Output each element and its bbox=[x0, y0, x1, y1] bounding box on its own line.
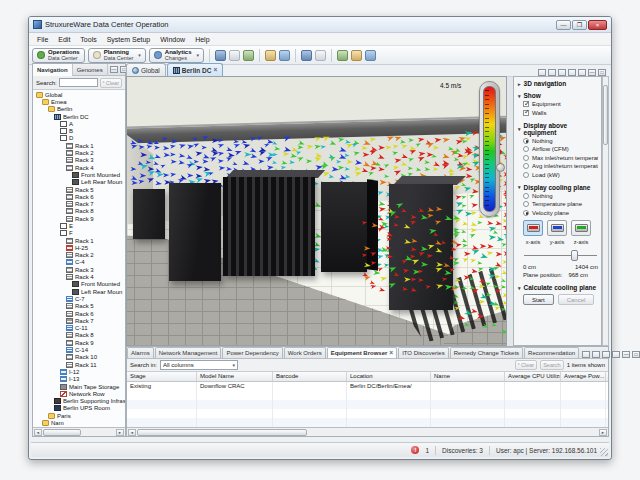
tree-item-b[interactable]: B bbox=[33, 127, 125, 134]
tree-item-rack-10[interactable]: Rack 10 bbox=[33, 354, 125, 361]
tree-item-i-12[interactable]: I-12 bbox=[33, 368, 125, 375]
mode-button-planning[interactable]: PlanningData Center▾ bbox=[88, 48, 146, 63]
tree-horizontal-scrollbar[interactable]: ◂ ▸ bbox=[33, 427, 125, 436]
tree-item-rack-1[interactable]: Rack 1 bbox=[33, 142, 125, 149]
monitor-icon[interactable] bbox=[602, 351, 610, 358]
image-export-icon[interactable] bbox=[301, 50, 312, 61]
tree-item-rack-7[interactable]: Rack 7 bbox=[33, 200, 125, 207]
tree-item-emea[interactable]: Emea bbox=[33, 98, 125, 105]
tree-item-berlin-supporting-infrastru[interactable]: Berlin Supporting Infrastru bbox=[33, 397, 125, 404]
radio-airflow-cfm[interactable]: Airflow (CFM) bbox=[523, 146, 598, 152]
menu-system-setup[interactable]: System Setup bbox=[102, 35, 156, 44]
radio-velocity-plane[interactable]: Velocity plane bbox=[523, 210, 598, 216]
column-header-location[interactable]: Location bbox=[347, 372, 431, 381]
tree-item-global[interactable]: Global bbox=[33, 91, 125, 98]
tree-item-berlin-ups-room[interactable]: Berlin UPS Room bbox=[33, 405, 125, 412]
scroll-right-icon[interactable]: ▸ bbox=[599, 429, 607, 436]
tree-item-rack-5[interactable]: Rack 5 bbox=[33, 186, 125, 193]
plane-position-slider[interactable] bbox=[524, 249, 597, 261]
search-column-select[interactable]: All columns▾ bbox=[160, 360, 238, 370]
tree-item-paris[interactable]: Paris bbox=[33, 412, 125, 419]
slider-handle[interactable] bbox=[571, 250, 578, 261]
maximize-panel-icon[interactable]: □ bbox=[598, 69, 606, 76]
snapshot-icon[interactable] bbox=[582, 351, 590, 358]
tree-item-rack-3[interactable]: Rack 3 bbox=[33, 266, 125, 273]
mode-button-operations[interactable]: OperationsData Center bbox=[32, 48, 85, 63]
column-header-barcode[interactable]: Barcode bbox=[273, 372, 347, 381]
list-view-icon[interactable] bbox=[568, 69, 576, 76]
title-bar[interactable]: StruxureWare Data Center Operation — ❐ × bbox=[29, 17, 611, 33]
bottom-tab-ito-discoveries[interactable]: ITO Discoveries bbox=[398, 347, 449, 358]
minimize-panel-icon[interactable]: — bbox=[110, 66, 118, 73]
save-icon[interactable] bbox=[215, 50, 226, 61]
tree-search-input[interactable] bbox=[59, 78, 98, 87]
radio-max-inlet-return-temperature[interactable]: Max inlet/return temperature bbox=[523, 155, 598, 161]
tree-item-rack-4[interactable]: Rack 4 bbox=[33, 164, 125, 171]
axis-button-x-axis[interactable] bbox=[523, 220, 543, 236]
tree-item-left-rear-moun[interactable]: Left Rear Moun bbox=[33, 288, 125, 295]
menu-help[interactable]: Help bbox=[190, 35, 214, 44]
tree-item-rack-6[interactable]: Rack 6 bbox=[33, 310, 125, 317]
menu-window[interactable]: Window bbox=[155, 35, 190, 44]
scroll-left-icon[interactable]: ◂ bbox=[128, 429, 136, 436]
locate-icon[interactable] bbox=[578, 69, 586, 76]
scroll-thumb[interactable] bbox=[603, 85, 608, 145]
section-header-display-above-equipment[interactable]: ▾Display above equipment bbox=[514, 119, 601, 138]
tree-item-c-14[interactable]: C-14 bbox=[33, 346, 125, 353]
tree-item-network-row[interactable]: Network Row bbox=[33, 390, 125, 397]
table-view-icon[interactable] bbox=[592, 351, 600, 358]
bottom-tab-equipment-browser[interactable]: Equipment Browser× bbox=[327, 347, 397, 358]
section-header-calculate-cooling-plane[interactable]: ▾Calculate cooling plane bbox=[514, 281, 601, 293]
legend-knob[interactable] bbox=[496, 163, 505, 172]
bottom-tab-remedy-change-tickets[interactable]: Remedy Change Tickets bbox=[450, 347, 523, 358]
minimize-panel-icon[interactable]: — bbox=[622, 351, 630, 358]
copy-icon[interactable] bbox=[279, 50, 290, 61]
close-button[interactable]: × bbox=[588, 20, 607, 30]
filter-search-button[interactable]: Search bbox=[540, 360, 563, 370]
scroll-thumb[interactable] bbox=[137, 429, 307, 436]
tree-item-c-7[interactable]: C-7 bbox=[33, 295, 125, 302]
close-tab-icon[interactable]: × bbox=[213, 67, 217, 73]
tree-item-rack-11[interactable]: Rack 11 bbox=[33, 361, 125, 368]
tree-item-rack-1[interactable]: Rack 1 bbox=[33, 237, 125, 244]
menu-tools[interactable]: Tools bbox=[75, 35, 101, 44]
tree-item-rack-9[interactable]: Rack 9 bbox=[33, 215, 125, 222]
menu-edit[interactable]: Edit bbox=[53, 35, 75, 44]
column-header-name[interactable]: Name bbox=[431, 372, 505, 381]
tree-item-d[interactable]: D bbox=[33, 135, 125, 142]
panel-tab-navigation[interactable]: Navigation bbox=[33, 64, 73, 76]
editor-tab-berlin-dc[interactable]: Berlin DC× bbox=[167, 63, 223, 76]
tree-item-c-4[interactable]: C-4 bbox=[33, 259, 125, 266]
wrench-icon[interactable] bbox=[337, 50, 348, 61]
mode-button-analytics[interactable]: AnalyticsChanges▾ bbox=[149, 48, 204, 63]
export-view-icon[interactable] bbox=[612, 351, 620, 358]
options-vertical-scrollbar[interactable] bbox=[602, 76, 609, 346]
tree-item-front-mounted[interactable]: Front Mounted bbox=[33, 281, 125, 288]
tree-item-h-25[interactable]: H-25 bbox=[33, 244, 125, 251]
report-green-icon[interactable] bbox=[365, 50, 376, 61]
minimize-panel-icon[interactable]: — bbox=[588, 69, 596, 76]
report-blue-icon[interactable] bbox=[351, 50, 362, 61]
tree-item-rack-8[interactable]: Rack 8 bbox=[33, 332, 125, 339]
tree-item-berlin[interactable]: Berlin bbox=[33, 106, 125, 113]
thumbnails-view-icon[interactable] bbox=[538, 69, 546, 76]
column-header-model-name[interactable]: Model Name bbox=[197, 372, 273, 381]
bottom-tab-alarms[interactable]: Alarms bbox=[127, 347, 154, 358]
3d-viewport[interactable]: 4.5 m/s bbox=[126, 76, 507, 346]
tree-item-c-11[interactable]: C-11 bbox=[33, 325, 125, 332]
mail-icon[interactable] bbox=[315, 50, 326, 61]
undo-icon[interactable] bbox=[229, 50, 240, 61]
start-button[interactable]: Start bbox=[523, 294, 554, 305]
section-header-display-cooling-plane[interactable]: ▾Display cooling plane bbox=[514, 181, 601, 193]
maximize-panel-icon[interactable]: □ bbox=[632, 351, 640, 358]
tree-item-rack-7[interactable]: Rack 7 bbox=[33, 317, 125, 324]
axis-button-y-axis[interactable] bbox=[547, 220, 567, 236]
column-header-stage[interactable]: Stage bbox=[127, 372, 197, 381]
tree-item-rack-6[interactable]: Rack 6 bbox=[33, 193, 125, 200]
grid-view-icon[interactable] bbox=[548, 69, 556, 76]
table-row[interactable]: ExistingDownflow CRACBerlin DC/Berlin/Em… bbox=[127, 382, 608, 391]
tree-item-rack-4[interactable]: Rack 4 bbox=[33, 273, 125, 280]
maximize-button[interactable]: ❐ bbox=[572, 20, 587, 30]
split-view-icon[interactable] bbox=[558, 69, 566, 76]
scroll-thumb[interactable] bbox=[43, 429, 81, 436]
